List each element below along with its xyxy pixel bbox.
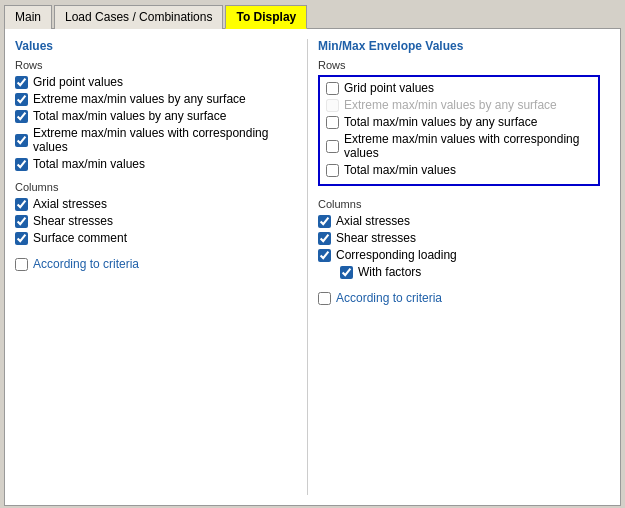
right-columns-label: Columns (318, 198, 600, 210)
left-row-extreme-corr: Extreme max/min values with correspondin… (15, 126, 297, 154)
right-label-total-any: Total max/min values by any surface (344, 115, 537, 129)
left-label-grid-point: Grid point values (33, 75, 123, 89)
left-cb-total-any[interactable] (15, 110, 28, 123)
left-cb-extreme-any[interactable] (15, 93, 28, 106)
right-cb-axial[interactable] (318, 215, 331, 228)
right-row-extreme-any: Extreme max/min values by any surface (326, 98, 592, 112)
right-cb-total-any[interactable] (326, 116, 339, 129)
left-row-grid-point: Grid point values (15, 75, 297, 89)
left-according-row: According to criteria (15, 257, 297, 271)
right-label-total: Total max/min values (344, 163, 456, 177)
left-label-shear: Shear stresses (33, 214, 113, 228)
left-row-total: Total max/min values (15, 157, 297, 171)
tab-load-cases[interactable]: Load Cases / Combinations (54, 5, 223, 29)
right-panel-title: Min/Max Envelope Values (318, 39, 600, 53)
left-panel: Values Rows Grid point values Extreme ma… (15, 39, 307, 495)
right-row-total: Total max/min values (326, 163, 592, 177)
right-panel: Min/Max Envelope Values Rows Grid point … (307, 39, 610, 495)
right-row-grid-point: Grid point values (326, 81, 592, 95)
right-according-row: According to criteria (318, 291, 600, 305)
right-label-extreme-any: Extreme max/min values by any surface (344, 98, 557, 112)
left-cb-shear[interactable] (15, 215, 28, 228)
left-label-total: Total max/min values (33, 157, 145, 171)
right-cb-extreme-corr[interactable] (326, 140, 339, 153)
right-rows-label: Rows (318, 59, 600, 71)
left-columns-label: Columns (15, 181, 297, 193)
left-cb-extreme-corr[interactable] (15, 134, 28, 147)
right-col-axial: Axial stresses (318, 214, 600, 228)
right-label-axial: Axial stresses (336, 214, 410, 228)
left-col-axial: Axial stresses (15, 197, 297, 211)
left-label-extreme-corr: Extreme max/min values with correspondin… (33, 126, 297, 154)
right-col-shear: Shear stresses (318, 231, 600, 245)
right-label-corr: Corresponding loading (336, 248, 457, 262)
right-cb-corr[interactable] (318, 249, 331, 262)
right-col-corr: Corresponding loading (318, 248, 600, 262)
main-content: Values Rows Grid point values Extreme ma… (4, 28, 621, 506)
left-col-shear: Shear stresses (15, 214, 297, 228)
right-cb-extreme-any (326, 99, 339, 112)
right-cb-total[interactable] (326, 164, 339, 177)
right-cb-factors[interactable] (340, 266, 353, 279)
tab-main[interactable]: Main (4, 5, 52, 29)
right-label-extreme-corr: Extreme max/min values with correspondin… (344, 132, 592, 160)
left-label-axial: Axial stresses (33, 197, 107, 211)
right-col-factors: With factors (340, 265, 600, 279)
tab-to-display[interactable]: To Display (225, 5, 307, 29)
left-label-total-any: Total max/min values by any surface (33, 109, 226, 123)
left-cb-grid-point[interactable] (15, 76, 28, 89)
left-panel-title: Values (15, 39, 297, 53)
left-label-extreme-any: Extreme max/min values by any surface (33, 92, 246, 106)
envelope-box: Grid point values Extreme max/min values… (318, 75, 600, 186)
right-label-factors: With factors (358, 265, 421, 279)
right-label-shear: Shear stresses (336, 231, 416, 245)
right-row-total-any: Total max/min values by any surface (326, 115, 592, 129)
left-row-extreme-any: Extreme max/min values by any surface (15, 92, 297, 106)
right-cb-according[interactable] (318, 292, 331, 305)
right-cb-shear[interactable] (318, 232, 331, 245)
left-cb-surface[interactable] (15, 232, 28, 245)
left-label-according: According to criteria (33, 257, 139, 271)
left-label-surface: Surface comment (33, 231, 127, 245)
left-cb-total[interactable] (15, 158, 28, 171)
tab-bar: Main Load Cases / Combinations To Displa… (0, 0, 625, 28)
left-cb-according[interactable] (15, 258, 28, 271)
left-rows-label: Rows (15, 59, 297, 71)
right-cb-grid-point[interactable] (326, 82, 339, 95)
left-row-total-any: Total max/min values by any surface (15, 109, 297, 123)
right-label-according: According to criteria (336, 291, 442, 305)
right-row-extreme-corr: Extreme max/min values with correspondin… (326, 132, 592, 160)
left-col-surface: Surface comment (15, 231, 297, 245)
left-cb-axial[interactable] (15, 198, 28, 211)
right-label-grid-point: Grid point values (344, 81, 434, 95)
